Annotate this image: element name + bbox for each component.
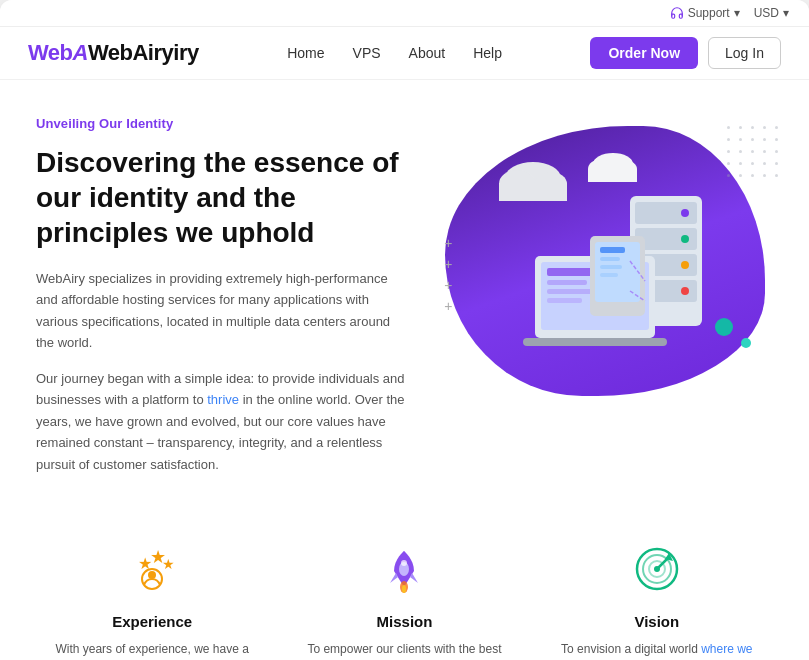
highlight-thrive: thrive bbox=[207, 392, 239, 407]
feature-experience-desc: With years of experience, we have a deep… bbox=[52, 640, 252, 660]
top-bar: Support ▾ USD ▾ bbox=[0, 0, 809, 27]
svg-point-36 bbox=[148, 571, 156, 579]
svg-rect-21 bbox=[547, 289, 592, 294]
svg-point-14 bbox=[681, 235, 689, 243]
browser-frame: Support ▾ USD ▾ WebAWebAiryiry Home VPS … bbox=[0, 0, 809, 660]
nav-vps[interactable]: VPS bbox=[353, 45, 381, 61]
svg-text:★: ★ bbox=[162, 556, 175, 572]
hero-left: Unveiling Our Identity Discovering the e… bbox=[36, 116, 406, 489]
chevron-down-icon: ▾ bbox=[734, 6, 740, 20]
svg-rect-28 bbox=[600, 273, 618, 277]
hero-desc-1: WebAiry specializes in providing extreme… bbox=[36, 268, 406, 354]
vision-icon bbox=[627, 539, 687, 599]
svg-rect-7 bbox=[588, 169, 637, 182]
feature-experience-title: Experience bbox=[52, 613, 252, 630]
feature-mission-title: Mission bbox=[304, 613, 504, 630]
features-section: ★ ★ ★ Experience With years of experienc… bbox=[0, 489, 809, 660]
login-button[interactable]: Log In bbox=[708, 37, 781, 69]
svg-point-38 bbox=[401, 560, 407, 566]
nav-home[interactable]: Home bbox=[287, 45, 324, 61]
navbar: WebAWebAiryiry Home VPS About Help Order… bbox=[0, 27, 809, 80]
nav-about[interactable]: About bbox=[409, 45, 446, 61]
feature-vision-title: Vision bbox=[557, 613, 757, 630]
experience-icon: ★ ★ ★ bbox=[122, 539, 182, 599]
svg-point-40 bbox=[402, 585, 406, 593]
svg-rect-20 bbox=[547, 280, 587, 285]
feature-mission-desc: To empower our clients with the best hos… bbox=[304, 640, 504, 660]
headset-icon bbox=[670, 6, 684, 20]
support-menu[interactable]: Support ▾ bbox=[670, 6, 740, 20]
svg-point-16 bbox=[681, 287, 689, 295]
nav-links: Home VPS About Help bbox=[287, 44, 502, 62]
feature-experience: ★ ★ ★ Experience With years of experienc… bbox=[36, 529, 268, 660]
svg-rect-26 bbox=[600, 257, 620, 261]
hero-right: + + + + bbox=[436, 116, 773, 396]
hero-section: Unveiling Our Identity Discovering the e… bbox=[0, 80, 809, 489]
mission-icon bbox=[374, 539, 434, 599]
svg-point-15 bbox=[681, 261, 689, 269]
logo-text: WebAiry bbox=[88, 40, 173, 65]
svg-rect-19 bbox=[547, 268, 597, 276]
nav-actions: Order Now Log In bbox=[590, 37, 781, 69]
feature-vision: Vision To envision a digital world where… bbox=[541, 529, 773, 660]
currency-label: USD bbox=[754, 6, 779, 20]
svg-rect-3 bbox=[499, 183, 567, 201]
nav-help[interactable]: Help bbox=[473, 45, 502, 61]
support-label: Support bbox=[688, 6, 730, 20]
plus-decoration: + + + + bbox=[444, 236, 452, 313]
svg-rect-25 bbox=[600, 247, 625, 253]
feature-vision-desc: To envision a digital world where we sta… bbox=[557, 640, 757, 660]
svg-rect-29 bbox=[523, 338, 667, 346]
logo[interactable]: WebAWebAiryiry bbox=[28, 40, 199, 66]
feature-mission: Mission To empower our clients with the … bbox=[288, 529, 520, 660]
order-now-button[interactable]: Order Now bbox=[590, 37, 698, 69]
hero-subtitle: Unveiling Our Identity bbox=[36, 116, 406, 131]
svg-rect-27 bbox=[600, 265, 622, 269]
svg-rect-22 bbox=[547, 298, 582, 303]
currency-menu[interactable]: USD ▾ bbox=[754, 6, 789, 20]
hero-desc-2: Our journey began with a simple idea: to… bbox=[36, 368, 406, 475]
hero-title: Discovering the essence of our identity … bbox=[36, 145, 406, 250]
server-illustration bbox=[455, 126, 755, 386]
chevron-down-icon: ▾ bbox=[783, 6, 789, 20]
vision-highlight-1: where we stands as the ultimate beacon o… bbox=[563, 642, 753, 660]
svg-point-13 bbox=[681, 209, 689, 217]
